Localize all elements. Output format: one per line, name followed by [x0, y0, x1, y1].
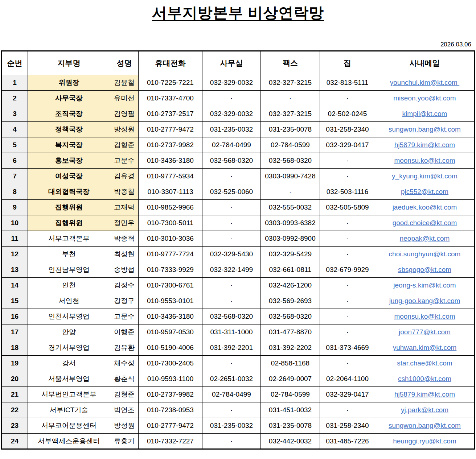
cell-office: ·: [202, 293, 261, 309]
cell-email: moonsu.ko@kt.com: [375, 153, 475, 169]
cell-mobile: 010-7238-0953: [139, 402, 202, 418]
cell-name: 채수성: [110, 356, 139, 371]
table-row: 7 여성국장 김유경 010-9777-5934 · 0303-0990-742…: [1, 169, 475, 184]
email-link[interactable]: jung-goo.kang@kt.com: [389, 297, 460, 305]
email-link[interactable]: pjc552@kt.com: [401, 188, 448, 195]
table-row: 17 안양 이행준 010-9597-0530 031-311-1000 031…: [1, 324, 475, 340]
cell-home: ·: [320, 247, 375, 262]
email-link[interactable]: kimpil@kt.com: [402, 110, 447, 117]
cell-name: 고문수: [110, 309, 139, 324]
cell-home: 032-505-5809: [320, 200, 375, 215]
cell-branch: 집행위원: [28, 215, 110, 231]
cell-no: 18: [1, 340, 28, 356]
cell-email: hj5879.kim@kt.com: [375, 137, 475, 153]
cell-no: 2: [1, 91, 28, 106]
cell-no: 9: [1, 200, 28, 215]
cell-name: 황춘식: [110, 371, 139, 387]
cell-branch: 경기서부영업: [28, 340, 110, 356]
email-link[interactable]: choi.sunghyun@kt.com: [389, 250, 461, 258]
table-row: 8 대외협력국장 박종철 010-3307-1113 032-525-0060 …: [1, 184, 475, 200]
cell-branch: 인천서부영업: [28, 309, 110, 324]
cell-office: 031-392-2201: [202, 340, 261, 356]
cell-branch: 서부고객본부: [28, 231, 110, 247]
email-link[interactable]: jeong-s.kim@kt.com: [393, 281, 456, 289]
cell-office: ·: [202, 169, 261, 184]
table-body: 1 위원장 김윤철 010-7225-7221 032-329-0032 032…: [1, 75, 475, 449]
email-link[interactable]: star.chae@kt.com: [397, 359, 452, 367]
cell-mobile: 010-2737-9982: [139, 137, 202, 153]
cell-fax: 032-329-5429: [261, 247, 320, 262]
table-row: 18 경기서부영업 김유환 010-5190-4006 031-392-2201…: [1, 340, 475, 356]
cell-office: 032-568-0320: [202, 309, 261, 324]
email-link[interactable]: hj5879.kim@kt.com: [394, 141, 455, 149]
cell-branch: 위원장: [28, 75, 110, 91]
table-header: 순번 지부명 성명 휴대전화 사무실 팩스 집 사내메일: [1, 51, 475, 75]
table-row: 1 위원장 김윤철 010-7225-7221 032-329-0032 032…: [1, 75, 475, 91]
cell-no: 24: [1, 434, 28, 449]
cell-name: 최성현: [110, 247, 139, 262]
email-link[interactable]: miseon.yoo@kt.com: [393, 94, 456, 102]
cell-name: 김정수: [110, 278, 139, 293]
cell-mobile: 010-9593-1100: [139, 371, 202, 387]
cell-mobile: 010-3436-3180: [139, 309, 202, 324]
cell-office: 031-235-0032: [202, 418, 261, 434]
cell-fax: 031-235-0078: [261, 418, 320, 434]
header-row: 순번 지부명 성명 휴대전화 사무실 팩스 집 사내메일: [1, 51, 475, 75]
email-link[interactable]: heunggi.ryu@kt.com: [393, 437, 456, 445]
email-link[interactable]: yuhwan.kim@kt.com: [393, 344, 457, 351]
cell-home: 031-485-7226: [320, 434, 375, 449]
cell-fax: 032-569-2693: [261, 293, 320, 309]
email-link[interactable]: csh1000@kt.com: [398, 375, 451, 382]
col-header-office: 사무실: [202, 51, 261, 75]
table-row: 9 집행위원 고재덕 010-9852-9966 · 032-555-0032 …: [1, 200, 475, 215]
table-row: 3 조직국장 김영필 010-2737-2517 032-329-0032 03…: [1, 106, 475, 122]
cell-home: 031-258-2340: [320, 122, 375, 137]
cell-mobile: 010-7333-9929: [139, 262, 202, 278]
col-header-fax: 팩스: [261, 51, 320, 75]
email-link[interactable]: moonsu.ko@kt.com: [394, 157, 455, 164]
email-link[interactable]: sbsgogo@kt.com: [398, 266, 451, 273]
cell-no: 23: [1, 418, 28, 434]
cell-home: ·: [320, 153, 375, 169]
cell-email: csh1000@kt.com: [375, 371, 475, 387]
cell-fax: 02-2649-0007: [261, 371, 320, 387]
cell-name: 유미선: [110, 91, 139, 106]
cell-home: ·: [320, 169, 375, 184]
table-row: 2 사무국장 유미선 010-7337-4700 · · · miseon.yo…: [1, 91, 475, 106]
email-link[interactable]: sungwon.bang@kt.com: [389, 125, 461, 133]
table-row: 5 복지국장 김형준 010-2737-9982 02-784-0499 02-…: [1, 137, 475, 153]
cell-branch: 서부코어운용센터: [28, 418, 110, 434]
table-row: 24 서부액세스운용센터 류흥기 010-7332-7227 · 032-442…: [1, 434, 475, 449]
cell-mobile: 010-9852-9966: [139, 200, 202, 215]
email-link[interactable]: younchul.kim@kt.com: [390, 79, 459, 86]
cell-fax: 02-858-1168: [261, 356, 320, 371]
cell-fax: 02-784-0599: [261, 137, 320, 153]
email-link[interactable]: joon777@kt.com: [399, 328, 451, 336]
email-link[interactable]: jaeduek.koo@kt.com: [393, 203, 457, 211]
cell-name: 고재덕: [110, 200, 139, 215]
cell-no: 6: [1, 153, 28, 169]
cell-name: 김유환: [110, 340, 139, 356]
email-link[interactable]: y_kyung.kim@kt.com: [392, 172, 457, 180]
cell-branch: 사무국장: [28, 91, 110, 106]
cell-email: jung-goo.kang@kt.com: [375, 293, 475, 309]
email-link[interactable]: moonsu.ko@kt.com: [394, 313, 455, 320]
email-link[interactable]: neopak@kt.com: [400, 235, 450, 242]
cell-name: 류흥기: [110, 434, 139, 449]
cell-home: 032-503-1116: [320, 184, 375, 200]
email-link[interactable]: good.choice@kt.com: [393, 219, 457, 227]
cell-no: 10: [1, 215, 28, 231]
cell-no: 8: [1, 184, 28, 200]
cell-fax: 031-477-8870: [261, 324, 320, 340]
cell-fax: 031-451-0032: [261, 402, 320, 418]
cell-fax: 0303-0992-8900: [261, 231, 320, 247]
col-header-no: 순번: [1, 51, 28, 75]
cell-branch: 여성국장: [28, 169, 110, 184]
col-header-home: 집: [320, 51, 375, 75]
email-link[interactable]: hj5879.kim@kt.com: [394, 390, 455, 398]
cell-branch: 강서: [28, 356, 110, 371]
cell-office: 032-329-5430: [202, 247, 261, 262]
email-link[interactable]: yj.park@kt.com: [401, 406, 448, 414]
cell-home: 032-329-0417: [320, 137, 375, 153]
email-link[interactable]: sungwon.bang@kt.com: [389, 422, 461, 429]
